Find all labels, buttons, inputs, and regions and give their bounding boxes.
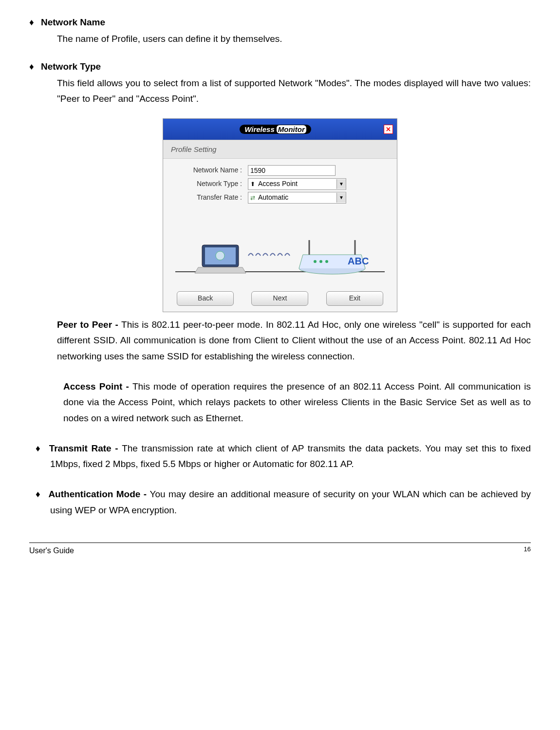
automatic-icon: ⇄ — [250, 193, 255, 203]
close-icon[interactable]: ✕ — [384, 125, 393, 134]
label-transfer-rate: Transfer Rate : — [175, 192, 248, 204]
bullet-marker: ♦ — [29, 15, 41, 30]
exit-button[interactable]: Exit — [326, 291, 383, 306]
figure-illustration: ABC — [175, 213, 385, 286]
figure-wireless-monitor: WirelessMonitor ✕ Profile Setting Networ… — [163, 118, 397, 312]
label-network-name: Network Name : — [175, 165, 248, 176]
svg-point-3 — [216, 251, 224, 260]
para-peer-to-peer: Peer to Peer - This is 802.11 peer-to-pe… — [57, 317, 531, 364]
footer-page-number: 16 — [524, 544, 531, 557]
heading-peer-to-peer: Peer to Peer - — [57, 319, 121, 330]
bullet-network-name: ♦ Network Name — [29, 15, 531, 30]
bullet-network-type: ♦ Network Type — [29, 59, 531, 75]
text-network-type: This field allows you to select from a l… — [57, 75, 531, 107]
figure-buttons: Back Next Exit — [163, 286, 397, 312]
next-button[interactable]: Next — [251, 291, 308, 306]
illustration-svg: ABC — [175, 213, 385, 286]
input-network-name[interactable] — [248, 165, 336, 176]
svg-point-9 — [325, 260, 328, 263]
select-network-type[interactable]: ⬆ Access Point ▼ — [248, 178, 346, 190]
text-access-point: This mode of operation requires the pres… — [63, 381, 531, 423]
bullet-marker: ♦ — [29, 59, 41, 75]
text-transmit-rate: The transmission rate at which client of… — [50, 443, 531, 469]
svg-point-8 — [319, 260, 322, 263]
title-word-monitor: Monitor — [277, 125, 306, 133]
label-network-type: Network Type : — [175, 178, 248, 190]
svg-point-7 — [314, 260, 317, 263]
footer-left: User's Guide — [29, 544, 74, 557]
bullet-auth-mode: ♦ Authentication Mode - You may desire a… — [36, 487, 531, 518]
title-word-wireless: Wireless — [244, 125, 275, 133]
access-point-icon: ⬆ — [250, 179, 255, 189]
chevron-down-icon[interactable]: ▼ — [336, 179, 346, 189]
bullet-transmit-rate: ♦ Transmit Rate - The transmission rate … — [36, 441, 531, 472]
figure-titlebar: WirelessMonitor ✕ — [163, 119, 397, 139]
bullet-marker: ♦ — [36, 487, 45, 502]
bullet-marker: ♦ — [36, 441, 45, 456]
heading-network-name: Network Name — [41, 15, 531, 30]
heading-transmit-rate: Transmit Rate - — [49, 443, 122, 453]
text-peer-to-peer: This is 802.11 peer-to-peer mode. In 802… — [57, 319, 531, 361]
figure-container: WirelessMonitor ✕ Profile Setting Networ… — [29, 118, 531, 312]
select-transfer-rate[interactable]: ⇄ Automatic ▼ — [248, 192, 346, 204]
back-button[interactable]: Back — [177, 291, 234, 306]
select-value-network-type: Access Point — [258, 178, 298, 190]
figure-title-badge: WirelessMonitor — [240, 125, 311, 134]
text-network-name: The name of Profile, users can define it… — [57, 31, 531, 47]
select-value-transfer-rate: Automatic — [258, 192, 288, 204]
figure-subheader: Profile Setting — [163, 140, 397, 159]
para-access-point: Access Point - This mode of operation re… — [63, 379, 531, 426]
page-footer: User's Guide 16 — [29, 543, 531, 557]
chevron-down-icon[interactable]: ▼ — [336, 193, 346, 203]
router-label: ABC — [348, 256, 369, 266]
heading-auth-mode: Authentication Mode - — [48, 489, 149, 499]
heading-network-type: Network Type — [41, 59, 531, 75]
figure-body: Network Name : Network Type : ⬆ Access P… — [163, 159, 397, 286]
heading-access-point: Access Point - — [63, 381, 132, 392]
